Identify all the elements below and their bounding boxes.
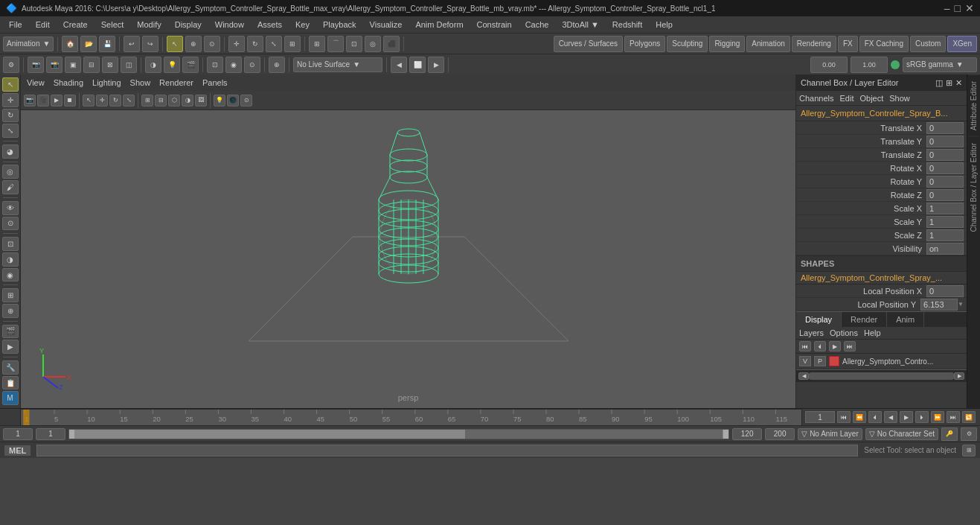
snap-plane-btn[interactable]: ⬛ [383,36,400,52]
show-hide-btn[interactable]: 👁 [2,201,19,215]
local-pos-y-dropdown-icon[interactable]: ▼ [958,301,964,308]
menu-3dtoall[interactable]: 3DtoAll ▼ [556,19,604,31]
cb-menu-object[interactable]: Object [859,94,883,103]
menu-assets[interactable]: Assets [252,19,288,31]
extra2-btn[interactable]: ⬜ [409,57,426,73]
local-pos-y-value[interactable]: 6.153 [920,299,958,311]
menu-edit[interactable]: Edit [30,19,56,31]
snap-grid-btn[interactable]: ⊞ [309,36,325,52]
lasso-btn[interactable]: ⊙ [204,36,220,52]
scale-tool-btn[interactable]: ⤡ [2,124,19,138]
layer-prev-btn[interactable]: ⏴ [814,341,826,351]
scroll-left-btn[interactable]: ◀ [798,372,809,380]
vp-grid-btn[interactable]: ⊞ [141,95,153,106]
anim-tab[interactable]: Anim [887,312,924,327]
range-start-field[interactable]: 1 [3,428,33,440]
wireframe-btn[interactable]: ⊡ [2,237,19,251]
vp-shaded-btn[interactable]: ◑ [182,95,193,106]
visibility-value[interactable]: on [926,243,964,255]
scale-y-value[interactable]: 1 [926,216,964,228]
open-btn[interactable]: 📂 [80,36,97,52]
settings-rb-btn[interactable]: ⚙ [961,427,977,441]
attribute-editor-lt-btn[interactable]: 📋 [2,376,19,390]
rotate-tool-btn[interactable]: ↻ [2,109,19,123]
wire-btn[interactable]: ⊡ [207,57,223,73]
transform-btn[interactable]: ⊞ [284,36,301,52]
local-pos-x-value[interactable]: 0 [926,285,964,297]
close-btn[interactable]: ✕ [965,2,974,14]
redo-btn[interactable]: ↪ [142,36,158,52]
render-tab[interactable]: Render [842,312,887,327]
anim-layer-dropdown[interactable]: ▽ No Anim Layer [798,428,862,440]
cam2-btn[interactable]: 📸 [46,57,63,73]
render-btn[interactable]: 🎬 [182,57,199,73]
menu-constrain[interactable]: Constrain [471,19,518,31]
maya-logo-btn[interactable]: M [2,391,19,405]
range-max-field[interactable]: 200 [765,428,795,440]
translate-x-value[interactable]: 0 [926,122,964,134]
rotate-y-value[interactable]: 0 [926,176,964,188]
select-tool-btn[interactable]: ↖ [2,77,19,92]
pb-prev-key-btn[interactable]: ⏪ [853,411,866,423]
menu-create[interactable]: Create [57,19,94,31]
scale-z-value[interactable]: 1 [926,229,964,241]
layer-scroll-track[interactable] [809,372,954,380]
snap-point-btn[interactable]: ⊡ [346,36,362,52]
cb-float-icon[interactable]: ⊞ [946,78,952,88]
vp-outline-btn[interactable]: ⊟ [155,95,167,106]
vp-stop-btn[interactable]: ⏹ [64,95,76,106]
smooth-btn[interactable]: ◉ [225,57,242,73]
live-surface-dropdown[interactable]: No Live Surface ▼ [293,57,382,72]
maximize-btn[interactable]: □ [955,2,961,14]
menu-cache[interactable]: Cache [519,19,555,31]
char-set-dropdown[interactable]: ▽ No Character Set [865,428,938,440]
pb-play-back-btn[interactable]: ◀ [884,411,897,423]
vp-play-btn[interactable]: ▶ [51,95,63,106]
scale-x-value[interactable]: 1 [926,203,964,214]
undo-btn[interactable]: ↩ [124,36,140,52]
layer-ff-btn[interactable]: ⏭ [844,341,856,351]
display-tab[interactable]: Display [796,312,842,327]
extra1-btn[interactable]: ◀ [391,57,407,73]
render-view-btn[interactable]: 🎬 [2,325,19,339]
vp-move-btn[interactable]: ✛ [96,95,108,106]
vp-menu-panels[interactable]: Panels [202,78,228,87]
render2-btn[interactable]: ⊙ [244,57,260,73]
axis-orient-btn[interactable]: ⊞ [2,288,19,302]
status-icon-btn[interactable]: ⊞ [962,445,976,456]
shaded-wire-btn[interactable]: ◉ [2,268,19,282]
layer-rewind-btn[interactable]: ⏮ [799,341,811,351]
menu-playback[interactable]: Playback [317,19,362,31]
curves-surfaces-tab[interactable]: Curves / Surfaces [554,36,623,52]
menu-redshift[interactable]: Redshift [606,19,648,31]
save-btn[interactable]: 💾 [99,36,115,52]
pb-loop-btn[interactable]: 🔁 [962,411,976,423]
vp-menu-lighting[interactable]: Lighting [92,78,121,87]
pb-prev-frame-btn[interactable]: ⏴ [868,411,882,423]
script-mode[interactable]: MEL [4,445,31,456]
xgen-tab[interactable]: XGen [947,36,977,52]
menu-help[interactable]: Help [650,19,679,31]
vp-menu-view[interactable]: View [27,78,45,87]
scroll-right-btn[interactable]: ▶ [954,372,964,380]
layer-next-btn[interactable]: ▶ [829,341,841,351]
select-btn[interactable]: ↖ [167,36,183,52]
uv-btn[interactable]: ◫ [121,57,137,73]
tool-settings-btn[interactable]: 🔧 [2,360,19,375]
vp-tex-btn[interactable]: 🖼 [195,95,207,106]
pb-play-btn[interactable]: ▶ [900,411,913,423]
layer-color-swatch[interactable] [829,356,839,366]
vp-menu-shading[interactable]: Shading [54,78,83,87]
home-btn[interactable]: 🏠 [62,36,78,52]
menu-window[interactable]: Window [209,19,250,31]
menu-visualize[interactable]: Visualize [364,19,409,31]
cb-menu-show[interactable]: Show [889,94,910,103]
menu-key[interactable]: Key [289,19,316,31]
auto-key-btn[interactable]: 🔑 [941,427,958,441]
snap-view-btn[interactable]: ◎ [365,36,381,52]
vp-select-btn[interactable]: ↖ [83,95,95,106]
menu-anim-deform[interactable]: Anim Deform [409,19,469,31]
snap-btn[interactable]: ⊕ [269,57,285,73]
outline-btn[interactable]: ⊠ [102,57,118,73]
range-val1-field[interactable]: 1 [36,428,65,440]
